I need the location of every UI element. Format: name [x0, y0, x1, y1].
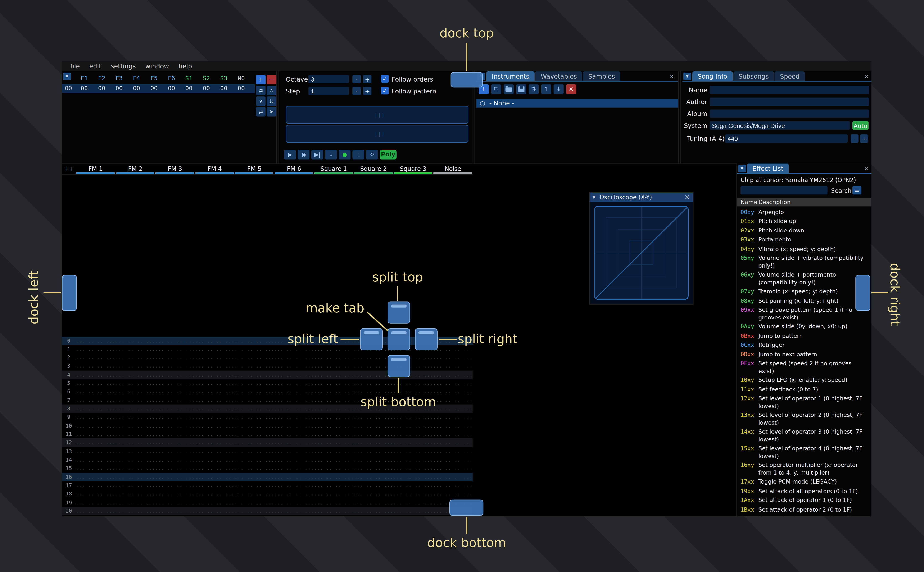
pattern-cell[interactable]: ... .. .. ...: [314, 438, 354, 447]
pattern-cell[interactable]: ... .. .. ...: [354, 353, 393, 362]
pattern-cell[interactable]: ... .. .. ...: [234, 422, 274, 430]
dock-target-split-left[interactable]: [360, 328, 383, 350]
pattern-cell[interactable]: ... .. .. ...: [115, 490, 155, 498]
pattern-cell[interactable]: ... .. .. ...: [354, 370, 393, 379]
pattern-cell[interactable]: ... .. .. ...: [393, 490, 433, 498]
pattern-cell[interactable]: ... .. .. ...: [155, 490, 195, 498]
pattern-cell[interactable]: ... .. .. ...: [314, 464, 354, 473]
oscilloscope-collapse-icon[interactable]: ▼: [592, 193, 595, 202]
pattern-cell[interactable]: ... .. .. ...: [195, 456, 234, 464]
pattern-cell[interactable]: ... .. .. ...: [234, 473, 274, 481]
pattern-cell[interactable]: ... .. .. ...: [433, 422, 473, 430]
pattern-cell[interactable]: ... .. .. ...: [195, 379, 234, 388]
transport-metronome-button[interactable]: ♩: [352, 150, 364, 160]
pattern-cell[interactable]: ... .. .. ...: [76, 473, 115, 481]
pattern-cell[interactable]: ... .. .. ...: [354, 498, 393, 507]
piano-lower[interactable]: [286, 125, 469, 143]
tab-song-info[interactable]: Song Info: [692, 71, 732, 81]
pattern-cell[interactable]: ... .. .. ...: [155, 387, 195, 396]
pattern-cell[interactable]: ... .. .. ...: [76, 379, 115, 388]
pattern-cell[interactable]: ... .. .. ...: [314, 473, 354, 481]
pattern-cell[interactable]: ... .. .. ...: [155, 507, 195, 515]
pattern-cell[interactable]: ... .. .. ...: [76, 515, 115, 516]
pattern-cell[interactable]: ... .. .. ...: [433, 396, 473, 404]
instrument-list-item-selected[interactable]: ○ - None -: [476, 99, 678, 108]
pattern-cell[interactable]: ... .. .. ...: [393, 387, 433, 396]
step-increment-button[interactable]: +: [363, 87, 371, 95]
step-decrement-button[interactable]: -: [352, 87, 361, 95]
menu-item-window[interactable]: window: [140, 62, 174, 70]
pattern-cell[interactable]: ... .. .. ...: [433, 370, 473, 379]
pattern-cell[interactable]: ... .. .. ...: [76, 422, 115, 430]
pattern-cell[interactable]: ... .. .. ...: [274, 456, 314, 464]
pattern-cell[interactable]: ... .. .. ...: [393, 507, 433, 515]
instrument-save-button[interactable]: [516, 84, 526, 94]
pattern-cell[interactable]: ... .. .. ...: [314, 507, 354, 515]
pattern-cell[interactable]: ... .. .. ...: [274, 379, 314, 388]
dock-target-top[interactable]: [451, 72, 483, 87]
menu-item-help[interactable]: help: [174, 62, 197, 70]
pattern-cell[interactable]: ... .. .. ...: [76, 438, 115, 447]
orders-change-order-mode-button[interactable]: ⇄: [256, 107, 265, 117]
pattern-cell[interactable]: ... .. .. ...: [274, 464, 314, 473]
pattern-cell[interactable]: ... .. .. ...: [115, 379, 155, 388]
oscilloscope-window[interactable]: ▼ Oscilloscope (X-Y) ×: [589, 192, 693, 305]
follow-pattern-checkbox[interactable]: ✓: [381, 87, 389, 95]
pattern-cell[interactable]: ... .. .. ...: [234, 456, 274, 464]
transport-repeat-button[interactable]: ↻: [366, 150, 378, 160]
pattern-cell[interactable]: ... .. .. ...: [195, 370, 234, 379]
orders-edit-mode-button[interactable]: ➤: [267, 107, 276, 117]
tuning-decrement-button[interactable]: -: [851, 134, 859, 143]
octave-increment-button[interactable]: +: [363, 75, 371, 83]
pattern-cell[interactable]: ... .. .. ...: [76, 490, 115, 498]
order-cell[interactable]: 00: [110, 84, 128, 93]
pattern-cell[interactable]: ... .. .. ...: [76, 387, 115, 396]
poly-toggle-button[interactable]: Poly: [380, 150, 396, 160]
pattern-cell[interactable]: ... .. .. ...: [274, 507, 314, 515]
pattern-cell[interactable]: ... .. .. ...: [195, 498, 234, 507]
pattern-cell[interactable]: ... .. .. ...: [354, 447, 393, 456]
pattern-cell[interactable]: ... .. .. ...: [76, 413, 115, 422]
pattern-cell[interactable]: ... .. .. ...: [115, 464, 155, 473]
pattern-cell[interactable]: ... .. .. ...: [433, 473, 473, 481]
dock-target-right[interactable]: [855, 275, 870, 311]
pattern-cell[interactable]: ... .. .. ...: [115, 498, 155, 507]
pattern-cell[interactable]: ... .. .. ...: [155, 379, 195, 388]
pattern-cell[interactable]: ... .. .. ...: [274, 422, 314, 430]
pattern-cell[interactable]: ... .. .. ...: [393, 481, 433, 490]
pattern-cell[interactable]: ... .. .. ...: [115, 507, 155, 515]
pattern-cell[interactable]: ... .. .. ...: [76, 447, 115, 456]
dock-target-split-top[interactable]: [388, 302, 410, 323]
pattern-cell[interactable]: ... .. .. ...: [155, 422, 195, 430]
pattern-cell[interactable]: ... .. .. ...: [274, 438, 314, 447]
pattern-cell[interactable]: ... .. .. ...: [393, 422, 433, 430]
pattern-cell[interactable]: ... .. .. ...: [433, 490, 473, 498]
pattern-cell[interactable]: ... .. .. ...: [115, 370, 155, 379]
pattern-cell[interactable]: ... .. .. ...: [274, 515, 314, 516]
instrument-delete-button[interactable]: ×: [566, 84, 576, 94]
order-cell[interactable]: 00: [75, 84, 93, 93]
pattern-cell[interactable]: ... .. .. ...: [234, 481, 274, 490]
pattern-cell[interactable]: ... .. .. ...: [195, 473, 234, 481]
pattern-cell[interactable]: ... .. .. ...: [195, 447, 234, 456]
piano-upper[interactable]: [286, 106, 469, 124]
pattern-cell[interactable]: ... .. .. ...: [354, 422, 393, 430]
pattern-cell[interactable]: ... .. .. ...: [76, 456, 115, 464]
orders-remove-button[interactable]: −: [267, 75, 276, 84]
pattern-cell[interactable]: ... .. .. ...: [155, 473, 195, 481]
pattern-cell[interactable]: ... .. .. ...: [393, 456, 433, 464]
pattern-cell[interactable]: ... .. .. ...: [234, 379, 274, 388]
instrument-move-down-button[interactable]: ↓: [554, 84, 564, 94]
pattern-cell[interactable]: ... .. .. ...: [234, 490, 274, 498]
pattern-cell[interactable]: ... .. .. ...: [76, 362, 115, 370]
pattern-cell[interactable]: ... .. .. ...: [76, 396, 115, 404]
pattern-cell[interactable]: ... .. .. ...: [433, 353, 473, 362]
pattern-cell[interactable]: ... .. .. ...: [274, 387, 314, 396]
orders-move-up-button[interactable]: ∧: [267, 86, 276, 95]
follow-orders-checkbox[interactable]: ✓: [381, 75, 389, 82]
pattern-cell[interactable]: ... .. .. ...: [234, 396, 274, 404]
pattern-cell[interactable]: ... .. .. ...: [155, 456, 195, 464]
order-cell[interactable]: 00: [162, 84, 180, 93]
pattern-cell[interactable]: ... .. .. ...: [234, 498, 274, 507]
pattern-cell[interactable]: ... .. .. ...: [155, 447, 195, 456]
